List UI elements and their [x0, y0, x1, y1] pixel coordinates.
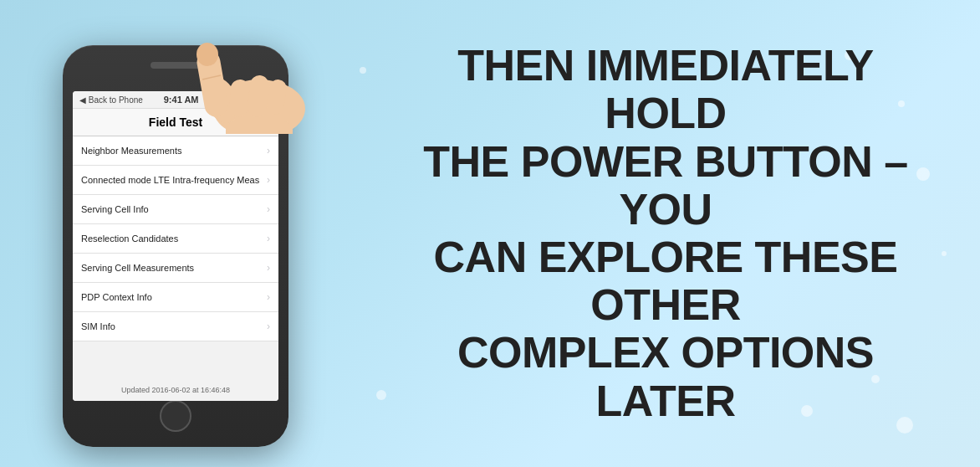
left-section: ◀ Back to Phone 9:41 AM ☽ 100% Field Tes… — [0, 0, 351, 467]
menu-item-label: Connected mode LTE Intra-frequency Meas — [81, 175, 263, 185]
menu-item-pdp[interactable]: PDP Context Info › — [73, 283, 278, 312]
hand-pointer — [151, 0, 318, 134]
right-section: THEN IMMEDIATELY HOLD THE POWER BUTTON –… — [351, 0, 980, 467]
chevron-icon: › — [267, 203, 270, 215]
phone-screen: ◀ Back to Phone 9:41 AM ☽ 100% Field Tes… — [73, 91, 278, 401]
menu-list: Neighbor Measurements › Connected mode L… — [73, 136, 278, 341]
hero-line-3: CAN EXPLORE THESE OTHER — [401, 234, 930, 329]
menu-item-label: Reselection Candidates — [81, 234, 263, 244]
menu-item-label: Neighbor Measurements — [81, 146, 263, 156]
home-button[interactable] — [160, 400, 191, 432]
chevron-icon: › — [267, 321, 270, 332]
menu-item-label: Serving Cell Measurements — [81, 263, 263, 273]
menu-item-sim-info[interactable]: SIM Info › — [73, 312, 278, 341]
hero-line-1: THEN IMMEDIATELY HOLD — [401, 42, 930, 137]
chevron-icon: › — [267, 291, 270, 303]
menu-item-serving-cell-measurements[interactable]: Serving Cell Measurements › — [73, 254, 278, 283]
svg-rect-8 — [226, 121, 293, 134]
chevron-icon: › — [267, 233, 270, 244]
svg-point-3 — [197, 43, 218, 66]
hero-text: THEN IMMEDIATELY HOLD THE POWER BUTTON –… — [401, 42, 930, 425]
back-button[interactable]: ◀ Back to Phone — [79, 95, 143, 105]
hero-line-4: COMPLEX OPTIONS LATER — [401, 329, 930, 424]
chevron-icon: › — [267, 145, 270, 157]
hero-line-2: THE POWER BUTTON – YOU — [401, 138, 930, 234]
menu-item-label: Serving Cell Info — [81, 204, 263, 214]
chevron-icon: › — [267, 262, 270, 274]
menu-item-neighbor[interactable]: Neighbor Measurements › — [73, 136, 278, 166]
chevron-icon: › — [267, 174, 270, 186]
screen-footer: Updated 2016-06-02 at 16:46:48 — [73, 379, 278, 401]
menu-item-label: PDP Context Info — [81, 292, 263, 302]
menu-item-label: SIM Info — [81, 321, 263, 331]
menu-item-serving-cell-info[interactable]: Serving Cell Info › — [73, 195, 278, 224]
menu-item-reselection[interactable]: Reselection Candidates › — [73, 224, 278, 254]
menu-item-connected[interactable]: Connected mode LTE Intra-frequency Meas … — [73, 166, 278, 195]
